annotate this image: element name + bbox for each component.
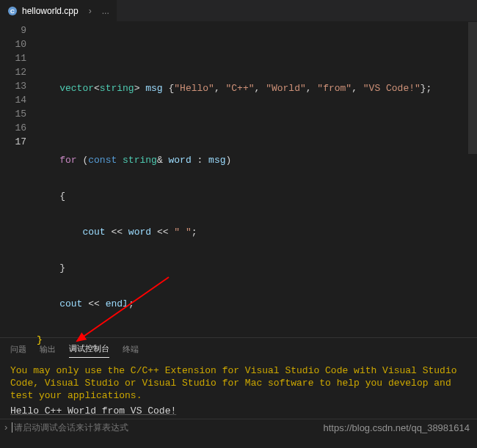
editor-tab[interactable]: C helloworld.cpp › ...	[0, 0, 117, 21]
code-line	[37, 117, 477, 131]
breadcrumb-sep: ›	[83, 6, 98, 16]
code-line: vector<string> msg {"Hello", "C++", "Wor…	[37, 81, 477, 95]
code-line: for (const string& word : msg)	[37, 153, 477, 167]
chevron-right-icon: ›	[4, 422, 7, 433]
svg-text:C: C	[10, 8, 15, 15]
editor-scrollbar[interactable]	[468, 22, 477, 154]
code-content[interactable]: vector<string> msg {"Hello", "C++", "Wor…	[37, 22, 477, 337]
tab-bar: C helloworld.cpp › ...	[0, 0, 477, 22]
code-line: }	[37, 261, 477, 275]
tab-title: helloworld.cpp	[22, 6, 79, 16]
code-editor[interactable]: 91011121314151617 vector<string> msg {"H…	[0, 22, 477, 337]
program-output: Hello C++ World from VS Code!	[10, 405, 467, 417]
code-line: cout << word << " ";	[37, 225, 477, 239]
code-line	[37, 45, 477, 59]
breadcrumb[interactable]: ...	[102, 6, 109, 16]
line-gutter: 91011121314151617	[0, 22, 37, 337]
watermark: https://blog.csdn.net/qq_38981614	[324, 422, 470, 433]
code-line: cout << endl;	[37, 297, 477, 311]
cpp-file-icon: C	[7, 6, 18, 16]
tab-problems[interactable]: 问题	[10, 341, 26, 358]
code-line: {	[37, 189, 477, 203]
debug-console-content[interactable]: You may only use the C/C++ Extension for…	[0, 360, 477, 419]
code-line: }	[37, 333, 477, 347]
extension-warning: You may only use the C/C++ Extension for…	[10, 364, 467, 402]
